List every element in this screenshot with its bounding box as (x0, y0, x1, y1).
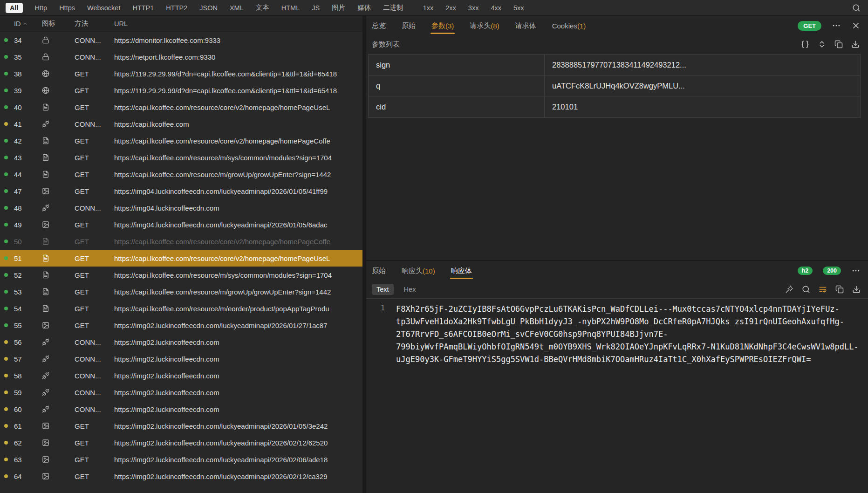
sort-icon[interactable] (818, 40, 826, 48)
param-key: sign (369, 55, 545, 75)
tab-raw[interactable]: 原始 (372, 261, 386, 281)
request-row-58[interactable]: 58 CONN... https://img02.luckincoffeecdn… (0, 367, 362, 384)
braces-icon[interactable] (801, 40, 809, 48)
request-row-47[interactable]: 47 GET https://img04.luckincoffeecdn.com… (0, 183, 362, 199)
filter-2xx[interactable]: 2xx (445, 4, 456, 12)
response-body-text[interactable]: F8Xh2r65jF-2uZCIyIB8FsAtO6GvpPczLu6TKAKi… (390, 299, 868, 493)
row-id: 35 (12, 53, 37, 61)
row-url: https://img02.luckincoffeecdn.com (110, 355, 362, 363)
column-header-url[interactable]: URL (110, 20, 362, 27)
status-dot (4, 290, 8, 294)
close-icon[interactable] (851, 21, 861, 30)
tab-request-body[interactable]: 请求体 (515, 16, 536, 35)
row-url: https://img02.luckincoffeecdn.com (110, 372, 362, 380)
wand-icon[interactable] (785, 285, 793, 294)
request-row-63[interactable]: 63 GET https://img02.luckincoffeecdn.com… (0, 451, 362, 468)
status-dot (4, 105, 8, 109)
panel-splitter[interactable] (362, 16, 366, 493)
filter-1xx[interactable]: 1xx (423, 4, 434, 12)
copy-icon[interactable] (834, 40, 843, 48)
request-row-53[interactable]: 53 GET https://capi.lkcoffee.com/resourc… (0, 283, 362, 300)
param-row-q[interactable]: q uATCFcK8LrUJHq4kOVZ8wgyPMLU... (369, 75, 860, 96)
status-dot (4, 458, 8, 461)
filter-13[interactable]: 二进制 (383, 3, 403, 12)
filter-11[interactable]: 图片 (332, 3, 345, 12)
traffic-table: ID 图标 方法 URL 34 CONN... https://dmonitor… (0, 16, 362, 493)
tab-params[interactable]: 参数(3) (431, 16, 454, 35)
search-icon[interactable] (852, 4, 861, 12)
tab-overview[interactable]: 总览 (372, 16, 386, 35)
request-row-42[interactable]: 42 GET https://capi.lkcoffee.com/resourc… (0, 132, 362, 149)
request-row-34[interactable]: 34 CONN... https://dmonitor.lkcoffee.com… (0, 32, 362, 48)
request-row-61[interactable]: 61 GET https://img02.luckincoffeecdn.com… (0, 418, 362, 434)
search-icon[interactable] (802, 285, 810, 294)
column-header-icon[interactable]: 图标 (37, 19, 71, 28)
filter-http2[interactable]: HTTP2 (166, 4, 187, 12)
row-method: GET (71, 322, 110, 329)
filter-8[interactable]: 文本 (256, 3, 269, 12)
request-row-64[interactable]: 64 GET https://img02.luckincoffeecdn.com… (0, 468, 362, 485)
request-row-43[interactable]: 43 GET https://capi.lkcoffee.com/resourc… (0, 149, 362, 166)
tab-response-body[interactable]: 响应体 (451, 261, 472, 281)
row-url: https://netport.lkcoffee.com:9330 (110, 53, 362, 61)
request-row-39[interactable]: 39 GET https://119.29.29.99/d?dn=capi.lk… (0, 82, 362, 99)
request-row-54[interactable]: 54 GET https://capi.lkcoffee.com/resourc… (0, 300, 362, 317)
request-row-35[interactable]: 35 CONN... https://netport.lkcoffee.com:… (0, 48, 362, 65)
request-row-44[interactable]: 44 GET https://capi.lkcoffee.com/resourc… (0, 166, 362, 183)
filter-xml[interactable]: XML (230, 4, 244, 12)
filter-3xx[interactable]: 3xx (468, 4, 479, 12)
request-row-50[interactable]: 50 GET https://capi.lkcoffee.com/resourc… (0, 233, 362, 250)
download-icon[interactable] (852, 285, 861, 294)
filter-5xx[interactable]: 5xx (513, 4, 524, 12)
request-row-41[interactable]: 41 CONN... https://capi.lkcoffee.com (0, 116, 362, 132)
filter-http[interactable]: Http (35, 4, 48, 12)
request-row-60[interactable]: 60 CONN... https://img02.luckincoffeecdn… (0, 401, 362, 418)
row-id: 38 (12, 70, 37, 78)
request-row-59[interactable]: 59 CONN... https://img02.luckincoffeecdn… (0, 384, 362, 401)
filter-http1[interactable]: HTTP1 (132, 4, 154, 12)
filter-4xx[interactable]: 4xx (491, 4, 501, 12)
filter-js[interactable]: JS (312, 4, 320, 12)
view-tab-hex[interactable]: Hex (399, 284, 421, 295)
request-row-49[interactable]: 49 GET https://img04.luckincoffeecdn.com… (0, 216, 362, 233)
image-icon (37, 472, 71, 480)
tab-cookies[interactable]: Cookies(1) (552, 16, 586, 35)
copy-icon[interactable] (835, 285, 844, 294)
request-row-56[interactable]: 56 CONN... https://img02.luckincoffeecdn… (0, 334, 362, 350)
filter-websocket[interactable]: Websocket (87, 4, 120, 12)
request-row-62[interactable]: 62 GET https://img02.luckincoffeecdn.com… (0, 434, 362, 451)
request-row-51[interactable]: 51 GET https://capi.lkcoffee.com/resourc… (0, 250, 362, 267)
request-row-48[interactable]: 48 CONN... https://img04.luckincoffeecdn… (0, 199, 362, 216)
request-row-57[interactable]: 57 CONN... https://img02.luckincoffeecdn… (0, 350, 362, 367)
row-method: GET (71, 254, 110, 262)
request-row-38[interactable]: 38 GET https://119.29.29.99/d?dn=capi.lk… (0, 65, 362, 82)
download-icon[interactable] (851, 40, 860, 48)
request-row-55[interactable]: 55 GET https://img02.luckincoffeecdn.com… (0, 317, 362, 334)
param-value: 283888517977071383411492493212... (545, 55, 860, 75)
filter-json[interactable]: JSON (199, 4, 218, 12)
param-row-cid[interactable]: cid 210101 (369, 96, 860, 117)
doc-icon (37, 171, 71, 178)
tab-request-headers[interactable]: 请求头(8) (470, 16, 499, 35)
row-url: https://capi.lkcoffee.com/resource/m/gro… (110, 171, 362, 178)
param-row-sign[interactable]: sign 283888517977071383411492493212... (369, 55, 860, 75)
filter-https[interactable]: Https (59, 4, 75, 12)
column-header-id[interactable]: ID (12, 20, 37, 27)
row-url: https://119.29.29.99/d?dn=capi.lkcoffee.… (110, 87, 362, 95)
filter-all[interactable]: All (6, 3, 23, 13)
request-row-52[interactable]: 52 GET https://capi.lkcoffee.com/resourc… (0, 267, 362, 283)
more-icon[interactable] (851, 266, 861, 275)
filter-html[interactable]: HTML (281, 4, 300, 12)
column-header-method[interactable]: 方法 (71, 19, 110, 28)
image-icon (37, 187, 71, 195)
tab-response-headers[interactable]: 响应头(10) (402, 261, 435, 281)
image-icon (37, 439, 71, 446)
more-icon[interactable] (832, 21, 841, 30)
tab-raw[interactable]: 原始 (402, 16, 416, 35)
view-tab-text[interactable]: Text (372, 284, 394, 295)
request-tabs-bar: 总览 原始 参数(3) 请求头(8) 请求体 Cookies(1) (366, 16, 868, 35)
filter-12[interactable]: 媒体 (357, 3, 371, 12)
row-id: 64 (12, 472, 37, 480)
wrap-text-icon[interactable] (819, 285, 827, 294)
request-row-40[interactable]: 40 GET https://capi.lkcoffee.com/resourc… (0, 99, 362, 116)
